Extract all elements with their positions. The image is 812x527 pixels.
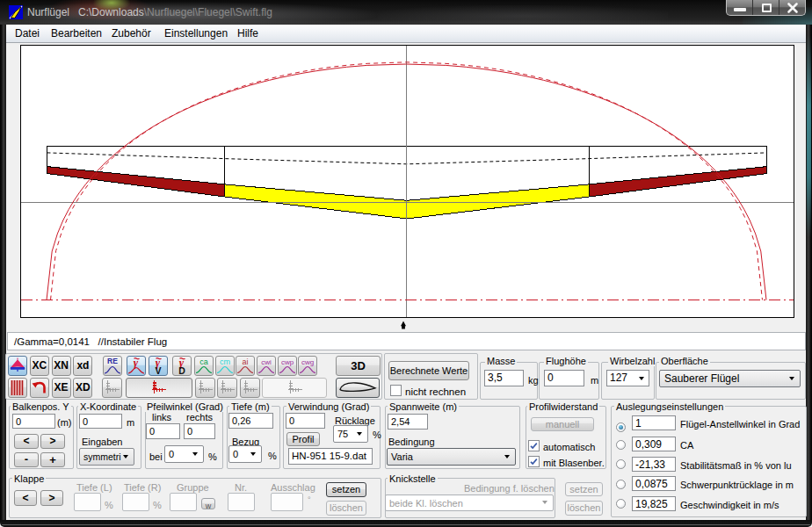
svg-text:cwg: cwg [301,358,314,366]
svg-text:cm: cm [220,357,230,366]
svg-text:D: D [178,365,185,375]
svg-text:V: V [156,365,162,375]
svg-text:RE: RE [107,357,118,365]
svg-text:ai: ai [242,357,248,366]
svg-text:cwi: cwi [261,358,272,366]
svg-text:ca: ca [199,357,208,366]
svg-text:cwp: cwp [280,358,294,366]
